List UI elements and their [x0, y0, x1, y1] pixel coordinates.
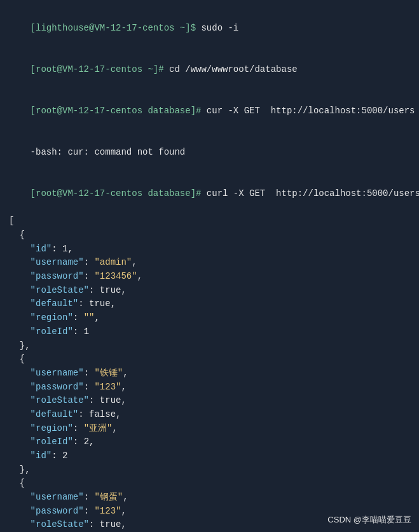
user2-roleid: "roleId": 2, [9, 435, 410, 449]
user1-close: }, [9, 339, 410, 353]
prompt-5: [root@VM-12-17-centos database]# [31, 188, 207, 199]
user2-rolestate: "roleState": true, [9, 394, 410, 408]
user1-password: "password": "123456", [9, 270, 410, 284]
line-2: [root@VM-12-17-centos ~]# cd /www/wwwroo… [9, 49, 410, 90]
user1-default: "default": true, [9, 297, 410, 311]
cmd-2: cd /www/wwwroot/database [169, 64, 298, 74]
user3-username: "username": "钢蛋", [9, 491, 410, 505]
terminal-window: [lighthouse@VM-12-17-centos ~]$ sudo -i … [0, 0, 419, 532]
watermark: CSDN @李喵喵爱豆豆 [327, 514, 411, 526]
line-4-error: -bash: cur: command not found [9, 132, 410, 173]
user1-username: "username": "admin", [9, 256, 410, 270]
user2-id: "id": 2 [9, 449, 410, 463]
user2-default: "default": false, [9, 408, 410, 422]
user1-rolestate: "roleState": true, [9, 284, 410, 298]
prompt-2: [root@VM-12-17-centos ~]# [31, 64, 169, 74]
user2-close: }, [9, 463, 410, 477]
cmd-3: cur -X GET http://localhost:5000/users [207, 106, 415, 116]
user1-roleid: "roleId": 1 [9, 325, 410, 339]
user2-region: "region": "亚洲", [9, 422, 410, 436]
json-open-bracket: [ [9, 214, 410, 228]
cmd-1: sudo -i [201, 23, 238, 33]
line-1: [lighthouse@VM-12-17-centos ~]$ sudo -i [9, 8, 410, 49]
prompt-3: [root@VM-12-17-centos database]# [31, 106, 207, 116]
user2-open: { [9, 353, 410, 367]
user3-open: { [9, 477, 410, 491]
user2-username: "username": "铁锤", [9, 367, 410, 381]
error-text: -bash: cur: command not found [31, 147, 186, 157]
line-3: [root@VM-12-17-centos database]# cur -X … [9, 90, 410, 132]
prompt-1: [lighthouse@VM-12-17-centos ~]$ [31, 23, 202, 33]
user1-open: { [9, 228, 410, 242]
user2-password: "password": "123", [9, 381, 410, 395]
user1-region: "region": "", [9, 311, 410, 325]
line-5: [root@VM-12-17-centos database]# curl -X… [9, 173, 410, 214]
cmd-5: curl -X GET http://localhost:5000/users [207, 188, 419, 199]
user1-id: "id": 1, [9, 242, 410, 256]
